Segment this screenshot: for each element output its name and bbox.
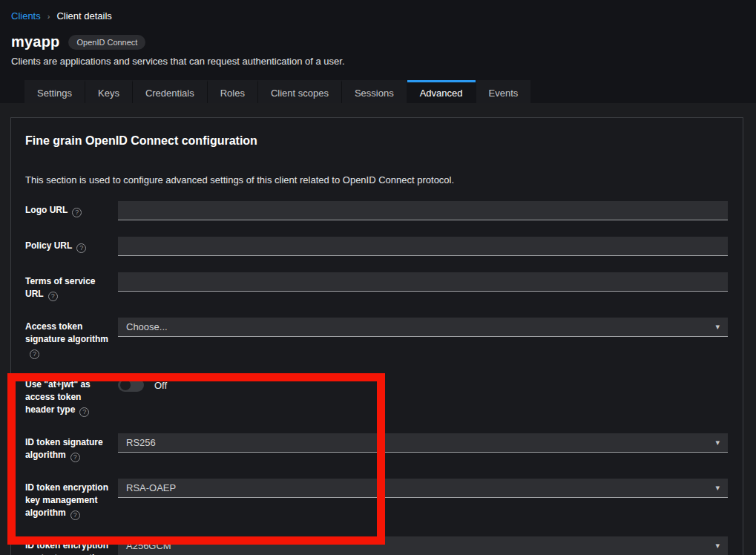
policy-url-input[interactable] [118,237,728,256]
field-control: A256GCM ▾ [118,536,728,555]
label-text: ID token encryption content encryption a… [25,540,108,555]
tab-settings[interactable]: Settings [24,80,85,103]
toggle-knob [120,380,131,390]
select-value: Choose... [126,321,168,332]
label-text: Policy URL [25,240,72,251]
field-control: Choose... ▾ [118,318,728,337]
label-text: ID token signature algorithm [25,437,103,460]
field-row-policy-url: Policy URL? [25,237,728,256]
section-heading: Fine grain OpenID Connect configuration [25,134,728,148]
id-token-encryption-content-encryption-algorithm-label: ID token encryption content encryption a… [25,536,112,555]
field-control [118,272,728,292]
breadcrumb-separator-icon: › [47,12,50,21]
field-control: Off [118,375,728,395]
breadcrumb-link-clients[interactable]: Clients [11,10,41,22]
page-subtitle: Clients are applications and services th… [0,56,756,67]
label-text: Access token signature algorithm [25,321,108,344]
tab-roles[interactable]: Roles [207,80,257,103]
label-text: ID token encryption key management algor… [25,482,108,518]
id-token-encryption-key-management-algorithm-select[interactable]: RSA-OAEP ▾ [118,479,728,498]
field-row-logo-url: Logo URL? [25,201,728,220]
label-text: Terms of service URL [25,276,96,299]
tab-bar: Settings Keys Credentials Roles Client s… [24,80,756,103]
id-token-encryption-content-encryption-algorithm-select[interactable]: A256GCM ▾ [118,536,728,555]
help-icon[interactable]: ? [72,208,82,217]
chevron-down-icon: ▾ [715,323,720,331]
field-row-id-token-signature-algorithm: ID token signature algorithm? RS256 ▾ [25,433,728,462]
chevron-down-icon: ▾ [715,542,720,550]
field-row-at-jwt-header-type: Use "at+jwt" as access token header type… [25,375,728,417]
toggle-state-label: Off [154,380,167,391]
field-row-id-token-encryption-key-management-algorithm: ID token encryption key management algor… [25,479,728,520]
fine-grain-config-form: Logo URL? Policy URL? Terms of service U… [25,201,728,555]
select-value: RS256 [126,437,156,448]
help-icon[interactable]: ? [70,453,80,462]
field-control: RSA-OAEP ▾ [118,479,728,498]
field-control [118,201,728,220]
tab-keys[interactable]: Keys [85,80,132,103]
help-icon[interactable]: ? [70,510,80,520]
at-jwt-header-type-label: Use "at+jwt" as access token header type… [25,375,112,417]
field-row-access-token-signature-algorithm: Access token signature algorithm? Choose… [25,318,728,359]
chevron-down-icon: ▾ [715,439,720,447]
at-jwt-header-type-toggle[interactable] [118,378,144,392]
label-text: Logo URL [25,205,68,215]
tab-advanced[interactable]: Advanced [407,80,476,103]
id-token-encryption-key-management-algorithm-label: ID token encryption key management algor… [25,479,112,520]
id-token-signature-algorithm-label: ID token signature algorithm? [25,433,112,462]
help-icon[interactable]: ? [30,349,39,359]
tab-events[interactable]: Events [476,80,531,103]
client-details-page: Clients › Client details myapp OpenID Co… [0,0,756,555]
help-icon[interactable]: ? [48,292,58,301]
access-token-signature-algorithm-select[interactable]: Choose... ▾ [118,318,728,337]
tab-credentials[interactable]: Credentials [132,80,207,103]
content-area: Fine grain OpenID Connect configuration … [0,103,756,555]
id-token-signature-algorithm-select[interactable]: RS256 ▾ [118,433,728,453]
breadcrumb: Clients › Client details [0,10,756,22]
terms-of-service-url-input[interactable] [118,272,728,292]
chevron-down-icon: ▾ [715,484,720,492]
tab-client-scopes[interactable]: Client scopes [257,80,341,103]
policy-url-label: Policy URL? [25,237,112,253]
fine-grain-config-panel: Fine grain OpenID Connect configuration … [10,117,743,555]
terms-of-service-url-label: Terms of service URL? [25,272,112,301]
select-value: A256GCM [126,540,171,551]
access-token-signature-algorithm-label: Access token signature algorithm? [25,318,112,359]
breadcrumb-current: Client details [56,10,111,22]
section-description: This section is used to configure advanc… [25,174,728,185]
field-row-terms-of-service-url: Terms of service URL? [25,272,728,301]
protocol-badge: OpenID Connect [68,35,145,50]
toggle-wrap: Off [118,375,728,395]
field-control: RS256 ▾ [118,433,728,453]
page-title: myapp [11,33,59,50]
help-icon[interactable]: ? [79,407,89,417]
help-icon[interactable]: ? [76,243,86,253]
field-control [118,237,728,256]
logo-url-input[interactable] [118,201,728,220]
page-header: Clients › Client details myapp OpenID Co… [0,0,756,103]
logo-url-label: Logo URL? [25,201,112,217]
select-value: RSA-OAEP [126,482,176,493]
field-row-id-token-encryption-content-encryption-algorithm: ID token encryption content encryption a… [25,536,728,555]
title-row: myapp OpenID Connect [0,33,756,50]
tab-sessions[interactable]: Sessions [341,80,407,103]
